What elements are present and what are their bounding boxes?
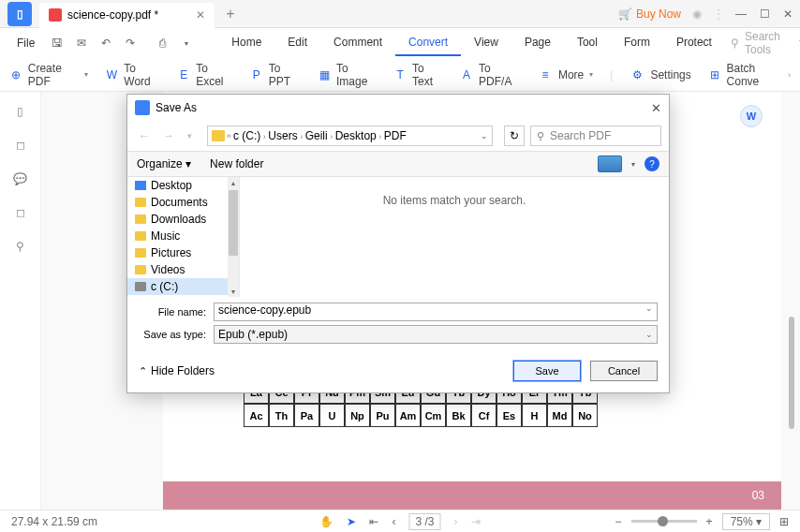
comments-icon[interactable]: 💬 [13, 172, 27, 185]
maximize-button[interactable]: ☐ [760, 7, 770, 21]
tab-close-icon[interactable]: ✕ [196, 8, 205, 22]
breadcrumb-segment[interactable]: Desktop [335, 129, 377, 142]
tree-item[interactable]: Desktop [127, 177, 239, 194]
last-page-icon[interactable]: ⇥ [471, 515, 481, 528]
breadcrumb-segment[interactable]: Users [268, 129, 297, 142]
search-tools[interactable]: ⚲ Search Tools [731, 30, 780, 56]
page-current[interactable]: 3 [415, 515, 422, 528]
print-dropdown-icon[interactable]: ▾ [179, 36, 194, 51]
fit-page-icon[interactable]: ⊞ [779, 515, 789, 528]
file-name-input[interactable]: science-copy.epub⌄ [214, 303, 658, 321]
nav-edit[interactable]: Edit [274, 30, 320, 56]
to-excel-button[interactable]: ETo Excel [177, 62, 233, 88]
new-tab-button[interactable]: + [226, 6, 234, 22]
save-icon[interactable]: 🖫 [50, 36, 65, 51]
zoom-level[interactable]: 75% ▾ [722, 513, 770, 530]
save-type-select[interactable]: Epub (*.epub)⌄ [214, 325, 658, 344]
to-text-button[interactable]: TTo Text [393, 62, 443, 88]
breadcrumb-dropdown-icon[interactable]: ⌄ [481, 131, 488, 140]
view-mode-button[interactable] [598, 155, 622, 172]
scroll-down-icon[interactable]: ▾ [228, 286, 239, 297]
user-icon[interactable]: ◉ [692, 7, 702, 21]
search-panel-icon[interactable]: ⚲ [16, 240, 24, 253]
scrollbar-thumb[interactable] [789, 317, 794, 429]
thumbnails-icon[interactable]: ▯ [17, 105, 23, 118]
document-tab[interactable]: science-copy.pdf * ✕ [39, 3, 215, 28]
tree-scroll-thumb[interactable] [229, 190, 238, 256]
prev-page-icon[interactable]: ‹ [392, 515, 395, 528]
buy-now-link[interactable]: 🛒 Buy Now [618, 7, 681, 21]
nav-convert[interactable]: Convert [395, 30, 461, 56]
tree-item[interactable]: Music [127, 228, 239, 244]
folder-tree[interactable]: DesktopDocumentsDownloadsMusicPicturesVi… [127, 177, 240, 297]
save-type-label: Save as type: [139, 329, 214, 340]
nav-forward-icon[interactable]: → [159, 129, 178, 142]
to-ppt-button[interactable]: PTo PPT [250, 62, 301, 88]
tree-scrollbar[interactable]: ▴ ▾ [228, 177, 239, 297]
file-menu[interactable]: File [7, 33, 44, 53]
more-button[interactable]: ≡More▾ [538, 67, 593, 82]
select-tool-icon[interactable]: ➤ [347, 515, 356, 528]
tree-item[interactable]: c (C:) [127, 278, 239, 295]
element-cell: Np [345, 404, 370, 427]
close-button[interactable]: ✕ [783, 7, 793, 21]
minimize-button[interactable]: — [735, 7, 747, 21]
zoom-out-icon[interactable]: − [615, 515, 622, 528]
file-list-area: No items match your search. [240, 177, 669, 297]
nav-tool[interactable]: Tool [564, 30, 611, 56]
dialog-close-icon[interactable]: ✕ [651, 101, 661, 115]
breadcrumb-segment[interactable]: Geili [305, 129, 328, 142]
folder-icon [135, 214, 146, 224]
next-page-icon[interactable]: › [454, 515, 458, 528]
nav-page[interactable]: Page [511, 30, 564, 56]
cancel-button[interactable]: Cancel [590, 361, 658, 381]
breadcrumb-segment[interactable]: PDF [384, 129, 407, 142]
nav-view[interactable]: View [461, 30, 511, 56]
folder-search-input[interactable]: ⚲ Search PDF [530, 126, 661, 146]
organize-menu[interactable]: Organize ▾ [137, 157, 191, 170]
save-button[interactable]: Save [513, 361, 581, 381]
text-icon: T [393, 67, 407, 82]
nav-back-icon[interactable]: ← [135, 129, 154, 142]
first-page-icon[interactable]: ⇤ [369, 515, 378, 528]
scroll-up-icon[interactable]: ▴ [228, 177, 239, 188]
to-pdfa-button[interactable]: ATo PDF/A [460, 62, 521, 88]
nav-form[interactable]: Form [611, 30, 663, 56]
help-icon[interactable]: ? [644, 156, 659, 171]
breadcrumb[interactable]: « c (C:) › Users › Geili › Desktop › PDF… [207, 126, 493, 146]
disk-icon [135, 282, 146, 291]
mail-icon[interactable]: ✉ [74, 36, 89, 51]
bookmarks-icon[interactable]: ◻ [16, 139, 25, 152]
tree-item[interactable]: Documents [127, 194, 239, 211]
new-folder-button[interactable]: New folder [210, 157, 263, 170]
hide-folders-toggle[interactable]: ⌃ Hide Folders [139, 364, 215, 377]
nav-protect[interactable]: Protect [663, 30, 725, 56]
excel-icon: E [177, 67, 190, 82]
folder-icon [135, 198, 146, 207]
attachments-icon[interactable]: ◻ [16, 206, 25, 219]
redo-icon[interactable]: ↷ [123, 36, 138, 51]
zoom-slider[interactable] [631, 520, 697, 523]
hand-tool-icon[interactable]: ✋ [319, 515, 333, 528]
nav-home[interactable]: Home [218, 30, 274, 56]
refresh-button[interactable]: ↻ [504, 126, 525, 146]
word-float-badge[interactable]: W [740, 105, 763, 127]
tree-item[interactable]: Videos [127, 261, 239, 278]
breadcrumb-segment[interactable]: c (C:) [233, 129, 260, 142]
tree-item[interactable]: Downloads [127, 211, 239, 228]
vertical-scrollbar[interactable] [787, 92, 794, 510]
batch-convert-button[interactable]: ⊞Batch Conve› [708, 62, 791, 88]
nav-up-icon[interactable]: ▾ [184, 131, 196, 140]
zoom-handle[interactable] [658, 516, 668, 526]
tree-item[interactable]: Pictures [127, 244, 239, 261]
undo-icon[interactable]: ↶ [98, 36, 113, 51]
desktop-icon [135, 181, 146, 190]
gear-icon: ⚙ [630, 67, 644, 82]
zoom-in-icon[interactable]: + [706, 515, 713, 528]
create-pdf-button[interactable]: ⊕Create PDF▾ [9, 62, 88, 88]
to-image-button[interactable]: ▦To Image [318, 62, 377, 88]
print-icon[interactable]: ⎙ [155, 36, 170, 51]
to-word-button[interactable]: WTo Word [105, 62, 160, 88]
nav-comment[interactable]: Comment [320, 30, 395, 56]
settings-button[interactable]: ⚙Settings [630, 67, 690, 82]
